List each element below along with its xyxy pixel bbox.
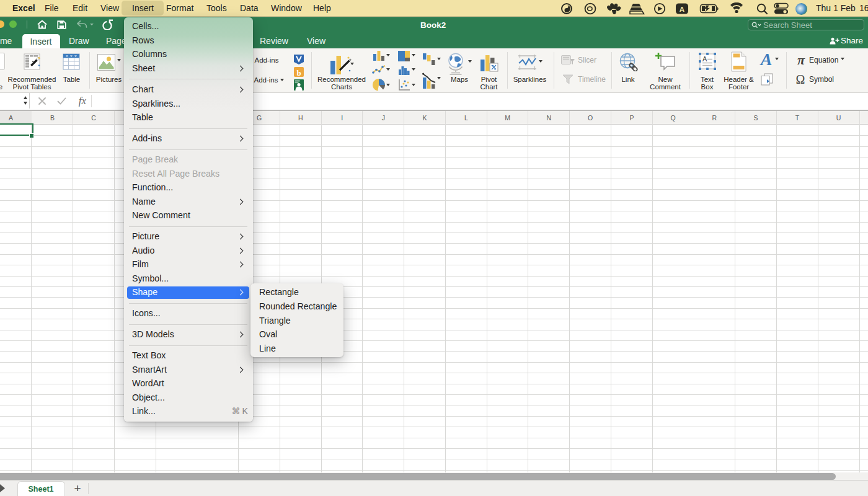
svg-text:b: b: [296, 68, 301, 78]
svg-text:A: A: [680, 6, 684, 13]
svg-text:A: A: [702, 55, 707, 63]
